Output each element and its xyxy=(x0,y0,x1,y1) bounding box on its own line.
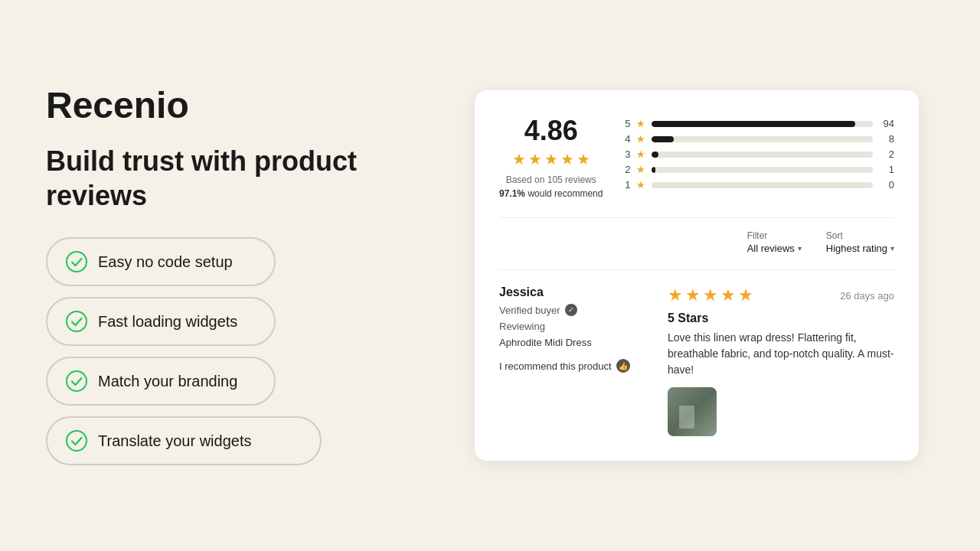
svg-point-0 xyxy=(67,252,87,272)
review-image xyxy=(668,387,717,436)
star-1: ★ xyxy=(512,150,526,168)
check-circle-icon xyxy=(66,251,87,272)
bar-fill-4 xyxy=(652,136,674,142)
rating-summary: 4.86 ★ ★ ★ ★ ★ Based on 105 reviews 97.1… xyxy=(499,115,894,199)
svg-point-1 xyxy=(67,311,87,331)
sort-dropdown[interactable]: Highest rating ▾ xyxy=(826,243,894,254)
bar-track-1 xyxy=(652,182,873,188)
filter-label: Filter xyxy=(747,230,768,241)
feature-fast-loading-button[interactable]: Fast loading widgets xyxy=(46,297,276,346)
bar-star-2: ★ xyxy=(636,164,645,175)
reviewer-info: Jessica Verified buyer ✓ Reviewing Aphro… xyxy=(499,285,652,373)
bar-star-5: ★ xyxy=(636,118,645,129)
rating-based: Based on 105 reviews xyxy=(506,174,596,185)
svg-point-2 xyxy=(67,371,87,391)
headline: Build trust with product reviews xyxy=(46,144,413,213)
bar-count-3: 2 xyxy=(879,148,894,160)
left-panel: Recenio Build trust with product reviews… xyxy=(46,86,413,466)
review-star-2: ★ xyxy=(685,285,701,305)
bar-label-5: 5 xyxy=(621,118,630,129)
star-4: ★ xyxy=(560,150,574,168)
bar-count-4: 8 xyxy=(879,133,894,145)
filter-group: Filter All reviews ▾ xyxy=(747,230,802,254)
features-list: Easy no code setup Fast loading widgets … xyxy=(46,237,413,465)
star-2: ★ xyxy=(528,150,542,168)
recommend-pct: 97.1% xyxy=(499,188,525,199)
filter-chevron-icon: ▾ xyxy=(798,244,802,253)
filter-dropdown[interactable]: All reviews ▾ xyxy=(747,243,802,254)
brand-name: Recenio xyxy=(46,86,413,126)
bar-label-4: 4 xyxy=(621,133,630,145)
review-card: Jessica Verified buyer ✓ Reviewing Aphro… xyxy=(499,269,894,436)
recommend-label: I recommend this product xyxy=(499,360,612,372)
overall-stars: ★ ★ ★ ★ ★ xyxy=(512,150,590,168)
bar-star-1: ★ xyxy=(636,179,645,191)
check-circle-icon xyxy=(66,311,87,332)
reviewing-product: Aphrodite Midi Dress xyxy=(499,337,652,348)
bar-fill-5 xyxy=(652,121,854,127)
feature-match-branding-button[interactable]: Match your branding xyxy=(46,357,276,406)
check-circle-icon xyxy=(66,430,87,452)
feature-easy-setup-button[interactable]: Easy no code setup xyxy=(46,237,276,286)
bar-count-1: 0 xyxy=(879,179,894,191)
filter-value-text: All reviews xyxy=(747,243,795,254)
filter-sort-row: Filter All reviews ▾ Sort Highest rating… xyxy=(499,217,894,254)
review-star-5: ★ xyxy=(738,285,753,305)
bar-row-2: 2 ★ 1 xyxy=(621,164,894,175)
review-image-placeholder xyxy=(668,387,717,436)
bar-star-4: ★ xyxy=(636,133,645,145)
reviewing-label: Reviewing xyxy=(499,321,652,332)
review-content: ★ ★ ★ ★ ★ 26 days ago 5 Stars Love this … xyxy=(668,285,894,436)
sort-chevron-icon: ▾ xyxy=(890,244,894,253)
bar-count-2: 1 xyxy=(879,164,894,175)
recommend-text: would recommend xyxy=(528,188,603,199)
recommend-row: I recommend this product 👍 xyxy=(499,359,652,373)
review-date: 26 days ago xyxy=(840,290,894,302)
bar-row-4: 4 ★ 8 xyxy=(621,133,894,145)
bar-fill-3 xyxy=(652,152,658,158)
bar-track-4 xyxy=(652,136,873,142)
bar-row-5: 5 ★ 94 xyxy=(621,118,894,129)
bar-label-2: 2 xyxy=(621,164,630,175)
sort-label: Sort xyxy=(826,230,843,241)
feature-translate-button[interactable]: Translate your widgets xyxy=(46,416,322,465)
feature-fast-loading-label: Fast loading widgets xyxy=(98,313,237,331)
review-header: ★ ★ ★ ★ ★ 26 days ago xyxy=(668,285,894,305)
rating-bars: 5 ★ 94 4 ★ 8 xyxy=(621,115,894,191)
feature-translate-label: Translate your widgets xyxy=(98,432,251,450)
feature-easy-setup-label: Easy no code setup xyxy=(98,253,233,271)
right-panel: 4.86 ★ ★ ★ ★ ★ Based on 105 reviews 97.1… xyxy=(459,90,934,461)
reviewer-name: Jessica xyxy=(499,285,652,299)
review-text: Love this linen wrap dress! Flattering f… xyxy=(668,330,894,378)
bar-count-5: 94 xyxy=(879,118,894,129)
svg-point-3 xyxy=(67,431,87,451)
rating-left: 4.86 ★ ★ ★ ★ ★ Based on 105 reviews 97.1… xyxy=(499,115,603,199)
verified-row: Verified buyer ✓ xyxy=(499,304,652,316)
page-container: Recenio Build trust with product reviews… xyxy=(0,0,980,551)
review-star-1: ★ xyxy=(668,285,683,305)
bar-row-1: 1 ★ 0 xyxy=(621,179,894,191)
check-circle-icon xyxy=(66,370,87,392)
bar-label-3: 3 xyxy=(621,148,630,160)
bar-fill-2 xyxy=(652,167,655,173)
bar-track-5 xyxy=(652,121,873,127)
sort-group: Sort Highest rating ▾ xyxy=(826,230,894,254)
bar-row-3: 3 ★ 2 xyxy=(621,148,894,160)
review-title: 5 Stars xyxy=(668,311,894,325)
bar-track-2 xyxy=(652,167,873,173)
review-star-4: ★ xyxy=(720,285,736,305)
star-3: ★ xyxy=(544,150,558,168)
bar-star-3: ★ xyxy=(636,148,645,160)
bar-label-1: 1 xyxy=(621,179,630,191)
rating-recommend: 97.1% would recommend xyxy=(499,188,603,199)
verified-check-icon: ✓ xyxy=(565,304,577,316)
sort-value-text: Highest rating xyxy=(826,243,887,254)
review-stars: ★ ★ ★ ★ ★ xyxy=(668,285,753,305)
recommend-thumbs-icon: 👍 xyxy=(616,359,630,373)
review-star-3: ★ xyxy=(703,285,718,305)
rating-score: 4.86 xyxy=(524,115,578,147)
star-5: ★ xyxy=(577,150,590,168)
bar-track-3 xyxy=(652,152,873,158)
widget-card: 4.86 ★ ★ ★ ★ ★ Based on 105 reviews 97.1… xyxy=(475,90,919,461)
feature-match-branding-label: Match your branding xyxy=(98,373,237,390)
